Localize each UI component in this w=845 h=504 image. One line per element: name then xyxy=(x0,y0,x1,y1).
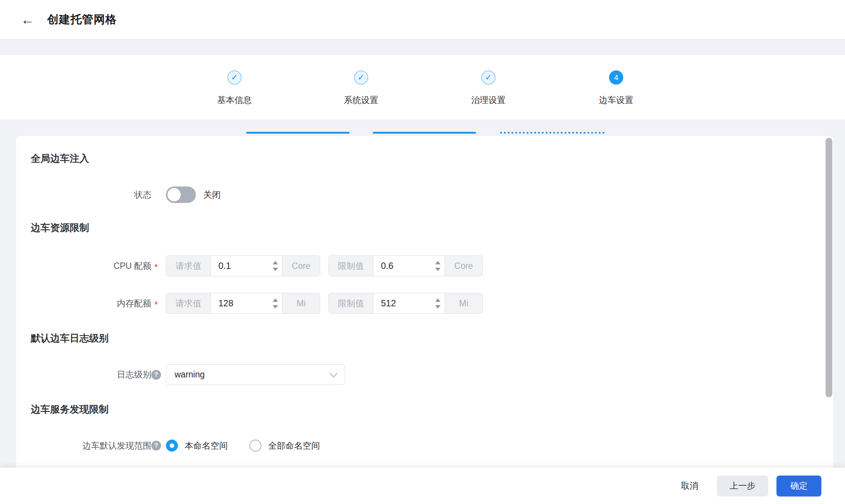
memory-limit-unit: Mi xyxy=(445,293,482,313)
section-title-discovery-limits: 边车服务发现限制 xyxy=(31,403,109,415)
cpu-request-spinner xyxy=(273,256,278,276)
step-connector-line xyxy=(246,132,349,134)
log-level-label: 日志级别 ? xyxy=(16,369,161,380)
radio-option-label: 本命名空间 xyxy=(185,440,228,452)
spin-down-icon[interactable] xyxy=(273,305,278,309)
required-asterisk: * xyxy=(154,297,158,309)
create-managed-mesh-page: ← 创建托管网格 ✓ 基本信息 ✓ 系统设置 ✓ 治理设置 4 边车设置 全局边… xyxy=(0,0,845,504)
radio-unselected-icon xyxy=(249,440,261,452)
memory-limit-group: 限制值 Mi xyxy=(328,293,483,314)
form-row-memory-quota: 内存配额 * 请求值 Mi 限制值 xyxy=(16,293,833,314)
radio-selected-icon xyxy=(166,440,178,452)
radio-option-current-namespace[interactable]: 本命名空间 xyxy=(166,440,228,452)
spin-up-icon[interactable] xyxy=(435,298,440,302)
form-row-status: 状态 关闭 xyxy=(16,186,833,203)
memory-quota-label: 内存配额 * xyxy=(16,298,161,309)
cpu-limit-spinner xyxy=(435,256,440,276)
spin-down-icon[interactable] xyxy=(273,268,278,271)
status-value-text: 关闭 xyxy=(203,189,221,201)
cpu-limit-unit: Core xyxy=(445,256,482,276)
radio-option-all-namespaces[interactable]: 全部命名空间 xyxy=(249,440,320,452)
app-header: ← 创建托管网格 xyxy=(0,0,845,39)
memory-request-prefix: 请求值 xyxy=(166,293,211,313)
status-label: 状态 xyxy=(16,189,161,201)
previous-step-button[interactable]: 上一步 xyxy=(717,476,768,497)
section-title-global-injection: 全局边车注入 xyxy=(31,152,89,164)
required-asterisk: * xyxy=(154,260,158,272)
help-icon[interactable]: ? xyxy=(151,441,161,450)
step-label: 边车设置 xyxy=(575,94,657,106)
step-connector-dotted-line xyxy=(500,132,605,134)
step-system-settings[interactable]: ✓ 系统设置 xyxy=(320,55,402,106)
cpu-limit-prefix: 限制值 xyxy=(329,256,373,276)
cpu-quota-label: CPU 配额 * xyxy=(16,260,161,272)
memory-limit-spinner xyxy=(435,293,440,313)
memory-limit-prefix: 限制值 xyxy=(329,293,373,313)
step-sidecar-settings[interactable]: 4 边车设置 xyxy=(575,55,657,106)
log-level-select[interactable]: warning xyxy=(166,364,345,385)
cpu-request-unit: Core xyxy=(282,256,320,276)
memory-limit-input[interactable] xyxy=(373,293,445,313)
back-arrow-icon: ← xyxy=(21,12,34,27)
page-title: 创建托管网格 xyxy=(47,12,117,27)
step-label: 系统设置 xyxy=(320,94,402,106)
spin-up-icon[interactable] xyxy=(435,261,440,264)
chevron-down-icon xyxy=(330,369,337,377)
cpu-request-input[interactable] xyxy=(211,256,282,276)
radio-option-label: 全部命名空间 xyxy=(268,440,320,452)
section-title-resource-limits: 边车资源限制 xyxy=(31,222,89,234)
form-row-cpu-quota: CPU 配额 * 请求值 Core 限制值 xyxy=(16,255,833,276)
spin-down-icon[interactable] xyxy=(435,268,440,271)
step-label: 治理设置 xyxy=(447,94,530,106)
cpu-limit-group: 限制值 Core xyxy=(328,255,483,276)
cpu-limit-input[interactable] xyxy=(373,256,445,276)
memory-request-input[interactable] xyxy=(211,293,282,313)
cancel-button[interactable]: 取消 xyxy=(670,476,709,497)
spin-up-icon[interactable] xyxy=(273,298,278,302)
spin-down-icon[interactable] xyxy=(435,305,440,309)
form-card: 全局边车注入 状态 关闭 边车资源限制 CPU 配额 * 请求值 xyxy=(16,136,833,504)
step-completed-check-icon: ✓ xyxy=(354,70,368,85)
help-icon[interactable]: ? xyxy=(151,370,161,380)
step-connector-line xyxy=(373,132,476,134)
back-button[interactable]: ← xyxy=(21,13,34,27)
step-completed-check-icon: ✓ xyxy=(227,70,242,85)
spin-up-icon[interactable] xyxy=(273,261,278,264)
cpu-request-group: 请求值 Core xyxy=(166,255,320,276)
memory-request-spinner xyxy=(273,293,278,313)
cpu-request-prefix: 请求值 xyxy=(166,256,211,276)
step-completed-check-icon: ✓ xyxy=(481,70,496,85)
memory-request-unit: Mi xyxy=(282,293,320,313)
memory-request-group: 请求值 Mi xyxy=(166,293,320,314)
step-label: 基本信息 xyxy=(193,94,276,106)
step-basic-info[interactable]: ✓ 基本信息 xyxy=(193,55,276,106)
wizard-stepper: ✓ 基本信息 ✓ 系统设置 ✓ 治理设置 4 边车设置 xyxy=(0,55,845,119)
label-suffix-slot xyxy=(151,190,161,200)
step-governance-settings[interactable]: ✓ 治理设置 xyxy=(447,55,530,106)
status-toggle[interactable] xyxy=(166,186,196,203)
toggle-knob-icon xyxy=(167,188,181,201)
log-level-selected-value: warning xyxy=(175,370,205,380)
confirm-button[interactable]: 确定 xyxy=(776,476,821,497)
step-active-number: 4 xyxy=(609,70,623,85)
footer-action-bar: 取消 上一步 确定 xyxy=(0,468,845,504)
discovery-scope-label: 边车默认发现范围 ? xyxy=(16,440,161,452)
form-row-log-level: 日志级别 ? warning xyxy=(16,364,833,385)
scrollbar-thumb[interactable] xyxy=(826,138,832,397)
form-row-discovery-scope: 边车默认发现范围 ? 本命名空间 全部命名空间 xyxy=(16,440,833,452)
section-title-log-level: 默认边车日志级别 xyxy=(31,332,109,344)
